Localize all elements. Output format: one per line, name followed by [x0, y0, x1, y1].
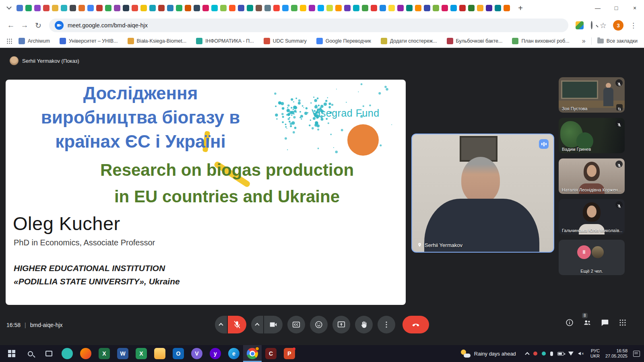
pinned-tab-favicon[interactable] [176, 5, 182, 11]
pinned-tab-favicon[interactable] [468, 5, 475, 11]
pinned-tab-favicon[interactable] [477, 5, 483, 11]
task-view-button[interactable] [39, 345, 58, 362]
pinned-tab-favicon[interactable] [256, 5, 262, 11]
taskbar-weather[interactable]: Rainy days ahead [461, 350, 516, 358]
app-yahoo[interactable]: y [206, 345, 225, 362]
app-excel[interactable]: X [95, 345, 114, 362]
raise-hand-button[interactable] [355, 316, 373, 333]
mic-mute-button[interactable] [228, 316, 246, 333]
app-viber[interactable]: V [188, 345, 206, 362]
pinned-tab-favicon[interactable] [273, 5, 280, 11]
pinned-tab-favicon[interactable] [87, 5, 94, 11]
forward-button[interactable]: → [18, 19, 31, 32]
bookmark-item[interactable]: UDC Summary [264, 38, 307, 44]
bookmark-item[interactable]: Університет – УНІВ... [60, 38, 118, 44]
app-edge[interactable]: e [225, 345, 243, 362]
window-close-button[interactable]: × [625, 0, 644, 16]
main-video-tile[interactable]: Serhii Yermakov [411, 134, 554, 253]
pinned-tab-favicon[interactable] [202, 5, 209, 11]
pinned-tab-favicon[interactable] [309, 5, 315, 11]
more-options-button[interactable] [378, 316, 395, 333]
pinned-tab-favicon[interactable] [371, 5, 377, 11]
tray-chevron-icon[interactable] [525, 352, 529, 356]
pinned-tab-favicon[interactable] [353, 5, 359, 11]
pinned-tab-favicon[interactable] [17, 5, 23, 11]
start-button[interactable] [2, 345, 21, 362]
pinned-tab-favicon[interactable] [25, 5, 32, 11]
app-folder[interactable] [151, 345, 169, 362]
pinned-tab-favicon[interactable] [238, 5, 244, 11]
pinned-tab-favicon[interactable] [211, 5, 218, 11]
bookmark-item[interactable]: ІНФОРМАТИКА - П... [196, 38, 254, 44]
bookmark-item[interactable]: Biała-Ksiega-Biomet... [128, 38, 187, 44]
notification-center-icon[interactable] [633, 351, 640, 357]
pinned-tab-favicon[interactable] [424, 5, 430, 11]
pinned-tab-favicon[interactable] [504, 5, 510, 11]
taskbar-clock[interactable]: 16:58 27.05.2025 [605, 348, 627, 359]
pinned-tab-favicon[interactable] [61, 5, 67, 11]
pinned-tab-favicon[interactable] [247, 5, 253, 11]
window-maximize-button[interactable]: □ [607, 0, 625, 16]
app-teal[interactable] [58, 345, 76, 362]
chat-button[interactable] [601, 318, 609, 327]
profile-avatar[interactable]: 3 [613, 20, 623, 31]
pinned-tab-favicon[interactable] [335, 5, 342, 11]
end-call-button[interactable] [402, 316, 429, 333]
participant-tile[interactable]: Наталія Леонідівна Коржен... [559, 158, 625, 194]
window-minimize-button[interactable]: — [588, 0, 607, 16]
pinned-tab-favicon[interactable] [344, 5, 351, 11]
pinned-tab-favicon[interactable] [450, 5, 457, 11]
pinned-tab-favicon[interactable] [167, 5, 173, 11]
volume-muted-icon[interactable]: × [578, 352, 584, 356]
pinned-tab-favicon[interactable] [229, 5, 235, 11]
bookmark-star-icon[interactable]: ☆ [600, 21, 607, 30]
bookmarks-overflow-button[interactable]: » [582, 37, 586, 45]
url-text[interactable]: meet.google.com/bmd-aiqe-hjx [68, 22, 148, 29]
reload-button[interactable]: ↻ [31, 19, 45, 32]
participant-tile[interactable]: Зоя Пустова [559, 77, 625, 113]
pinned-tab-favicon[interactable] [96, 5, 103, 11]
browser-menu-icon[interactable]: ⋮ [630, 21, 637, 30]
pinned-tab-favicon[interactable] [194, 5, 200, 11]
pinned-tab-favicon[interactable] [132, 5, 138, 11]
extension-icon[interactable] [576, 21, 584, 29]
app-media[interactable]: C [262, 345, 280, 362]
pinned-tab-favicon[interactable] [70, 5, 76, 11]
bookmark-item[interactable]: Archiwum [19, 38, 50, 44]
pinned-tab-favicon[interactable] [105, 5, 111, 11]
language-indicator[interactable]: РУС UKR [590, 348, 600, 359]
bookmark-item[interactable]: Бульбочкові бакте... [447, 38, 503, 44]
pinned-tab-favicon[interactable] [459, 5, 466, 11]
bookmark-item[interactable]: План виховної роб... [512, 38, 569, 44]
pinned-tab-favicon[interactable] [433, 5, 439, 11]
pinned-tab-favicon[interactable] [123, 5, 129, 11]
pinned-tab-favicon[interactable] [220, 5, 227, 11]
pinned-tab-favicon[interactable] [52, 5, 58, 11]
pinned-tab-favicon[interactable] [282, 5, 289, 11]
present-button[interactable] [332, 316, 350, 333]
presenter-chip[interactable]: Serhii Yermakov (Показ) [10, 56, 79, 65]
pinned-tab-favicon[interactable] [495, 5, 501, 11]
camera-button[interactable] [264, 316, 283, 333]
pinned-tab-favicon[interactable] [34, 5, 41, 11]
back-button[interactable]: ← [4, 19, 18, 32]
app-chrome[interactable] [243, 345, 262, 362]
app-excel-doc[interactable]: X [132, 345, 151, 362]
app-powerpoint[interactable]: P [280, 345, 299, 362]
pinned-tab-favicon[interactable] [140, 5, 147, 11]
all-bookmarks-button[interactable]: Все закладки [597, 38, 638, 44]
crop-icon[interactable] [616, 104, 623, 111]
zoom-icon[interactable] [591, 22, 592, 29]
reactions-button[interactable] [310, 316, 328, 333]
pinned-tab-favicon[interactable] [78, 5, 85, 11]
pinned-tab-favicon[interactable] [380, 5, 386, 11]
participant-tile[interactable]: Гальчинська Юлія Миколаїв... [559, 199, 625, 234]
pinned-tab-favicon[interactable] [114, 5, 120, 11]
pinned-tab-favicon[interactable] [486, 5, 492, 11]
bookmark-item[interactable]: Google Переводчик [316, 38, 371, 44]
tray-red-icon[interactable] [533, 352, 537, 356]
battery-icon[interactable] [557, 352, 564, 356]
pinned-tab-favicon[interactable] [264, 5, 271, 11]
pinned-tab-favicon[interactable] [406, 5, 413, 11]
wifi-icon[interactable] [568, 352, 574, 356]
